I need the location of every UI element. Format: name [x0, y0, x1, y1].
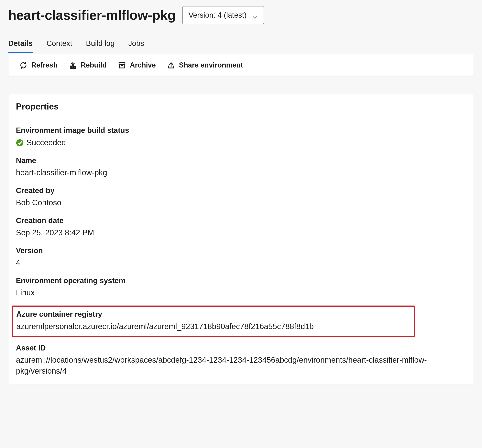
- version-selector[interactable]: Version: 4 (latest): [182, 6, 264, 24]
- properties-panel-title: Properties: [8, 94, 474, 119]
- tabs: Details Context Build log Jobs: [8, 38, 474, 53]
- tab-build-log[interactable]: Build log: [86, 38, 115, 53]
- prop-label: Version: [16, 245, 466, 256]
- share-environment-label: Share environment: [179, 60, 243, 70]
- prop-label: Environment operating system: [16, 275, 466, 286]
- version-selector-label: Version: 4 (latest): [189, 10, 247, 20]
- prop-label: Asset ID: [16, 343, 466, 353]
- prop-label: Name: [16, 155, 466, 166]
- refresh-icon: [19, 61, 27, 69]
- prop-version: Version 4: [16, 245, 466, 268]
- refresh-button[interactable]: Refresh: [19, 60, 57, 70]
- toolbar: Refresh Rebuild Archive Share environmen…: [8, 54, 474, 76]
- prop-label: Created by: [16, 185, 466, 196]
- tab-details[interactable]: Details: [8, 38, 33, 53]
- svg-rect-5: [120, 64, 124, 68]
- rebuild-button[interactable]: Rebuild: [69, 60, 107, 70]
- prop-created-by: Created by Bob Contoso: [16, 185, 466, 208]
- page-title: heart-classifier-mlflow-pkg: [8, 6, 176, 24]
- success-check-icon: [16, 139, 24, 146]
- prop-value: Linux: [16, 287, 466, 298]
- prop-asset-id: Asset ID azureml://locations/westus2/wor…: [16, 343, 466, 376]
- properties-list: Environment image build status Succeeded…: [8, 119, 474, 384]
- svg-rect-3: [74, 67, 76, 68]
- prop-build-status: Environment image build status Succeeded: [16, 125, 466, 148]
- archive-button[interactable]: Archive: [118, 60, 156, 70]
- prop-value: azureml://locations/westus2/workspaces/a…: [16, 354, 466, 376]
- properties-panel: Properties Environment image build statu…: [8, 94, 474, 385]
- chevron-down-icon: [252, 13, 258, 18]
- prop-label: Azure container registry: [16, 309, 410, 320]
- prop-acr: Azure container registry azuremlpersonal…: [16, 309, 410, 332]
- prop-creation-date: Creation date Sep 25, 2023 8:42 PM: [16, 215, 466, 238]
- prop-value: heart-classifier-mlflow-pkg: [16, 167, 466, 178]
- prop-os: Environment operating system Linux: [16, 275, 466, 298]
- prop-name: Name heart-classifier-mlflow-pkg: [16, 155, 466, 178]
- archive-label: Archive: [130, 60, 156, 70]
- prop-label: Creation date: [16, 215, 466, 226]
- share-environment-button[interactable]: Share environment: [167, 60, 243, 70]
- archive-icon: [118, 61, 126, 69]
- refresh-label: Refresh: [31, 60, 57, 70]
- tab-context[interactable]: Context: [47, 38, 72, 53]
- svg-rect-1: [70, 66, 72, 68]
- page-root: heart-classifier-mlflow-pkg Version: 4 (…: [0, 0, 482, 394]
- rebuild-icon: [69, 61, 77, 69]
- prop-value: Bob Contoso: [16, 197, 466, 208]
- build-status-text: Succeeded: [26, 137, 66, 148]
- tab-jobs[interactable]: Jobs: [128, 38, 144, 53]
- rebuild-label: Rebuild: [81, 60, 107, 70]
- prop-value: azuremlpersonalcr.azurecr.io/azureml/azu…: [16, 321, 410, 332]
- svg-rect-2: [72, 65, 74, 68]
- prop-value: 4: [16, 257, 466, 268]
- svg-point-8: [16, 139, 24, 146]
- page-header: heart-classifier-mlflow-pkg Version: 4 (…: [8, 6, 474, 24]
- share-icon: [167, 61, 175, 69]
- prop-label: Environment image build status: [16, 125, 466, 136]
- prop-value: Succeeded: [16, 137, 466, 148]
- acr-highlight: Azure container registry azuremlpersonal…: [12, 306, 415, 337]
- prop-value: Sep 25, 2023 8:42 PM: [16, 227, 466, 238]
